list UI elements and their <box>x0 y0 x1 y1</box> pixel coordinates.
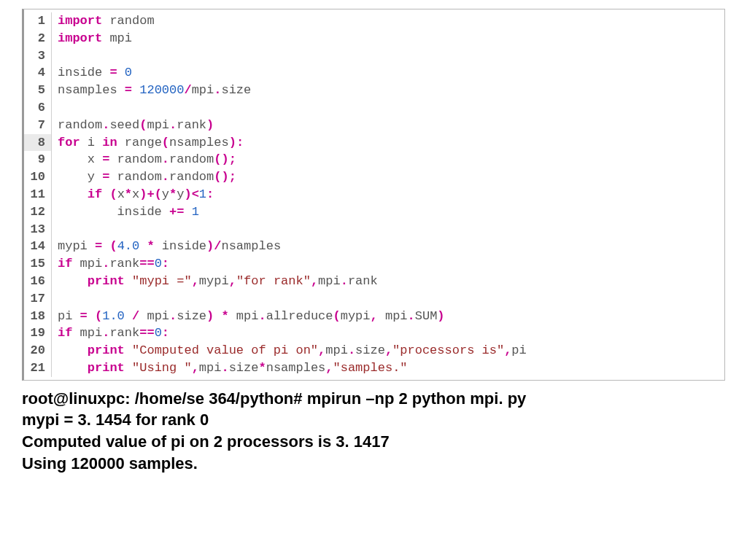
code-line: 1import random <box>24 12 724 30</box>
code-line: 8for i in range(nsamples): <box>24 134 724 152</box>
code-content: print "Using ",mpi.size*nsamples,"sample… <box>58 359 408 377</box>
terminal-output: root@linuxpc: /home/se 364/python# mpiru… <box>22 388 725 475</box>
code-editor: 1import random2import mpi34inside = 05ns… <box>22 9 725 381</box>
code-content: inside += 1 <box>58 203 199 221</box>
terminal-line: Using 120000 samples. <box>22 453 725 475</box>
line-number: 4 <box>24 64 52 82</box>
code-line: 4inside = 0 <box>24 64 724 82</box>
code-line: 14mypi = (4.0 * inside)/nsamples <box>24 238 724 255</box>
line-number: 16 <box>24 273 52 290</box>
code-line: 5nsamples = 120000/mpi.size <box>24 82 724 99</box>
code-line: 19if mpi.rank==0: <box>24 324 724 342</box>
code-line: 6 <box>24 99 724 117</box>
code-content: for i in range(nsamples): <box>58 134 244 152</box>
line-number: 12 <box>24 203 52 221</box>
code-content: x = random.random(); <box>58 151 236 168</box>
code-content: import random <box>58 12 155 30</box>
code-content: if (x*x)+(y*y)<1: <box>58 186 214 203</box>
code-content: if mpi.rank==0: <box>58 255 169 273</box>
code-content: nsamples = 120000/mpi.size <box>58 82 251 99</box>
code-line: 15if mpi.rank==0: <box>24 255 724 273</box>
line-number: 17 <box>24 290 52 308</box>
line-number: 14 <box>24 238 52 255</box>
code-line: 20 print "Computed value of pi on",mpi.s… <box>24 342 724 359</box>
line-number: 18 <box>24 308 52 325</box>
code-line: 21 print "Using ",mpi.size*nsamples,"sam… <box>24 359 724 377</box>
code-line: 16 print "mypi =",mypi,"for rank",mpi.ra… <box>24 273 724 290</box>
line-number: 5 <box>24 82 52 99</box>
line-number: 2 <box>24 30 52 47</box>
code-content: pi = (1.0 / mpi.size) * mpi.allreduce(my… <box>58 308 445 325</box>
terminal-line: mypi = 3. 1454 for rank 0 <box>22 409 725 431</box>
code-content: print "Computed value of pi on",mpi.size… <box>58 342 527 359</box>
line-number: 8 <box>24 134 52 152</box>
line-number: 21 <box>24 359 52 377</box>
code-line: 2import mpi <box>24 30 724 47</box>
code-line: 12 inside += 1 <box>24 203 724 221</box>
code-content: import mpi <box>58 30 132 47</box>
code-line: 7random.seed(mpi.rank) <box>24 117 724 134</box>
line-number: 9 <box>24 151 52 168</box>
line-number: 11 <box>24 186 52 203</box>
code-line: 17 <box>24 290 724 308</box>
code-line: 10 y = random.random(); <box>24 168 724 186</box>
code-line: 3 <box>24 47 724 65</box>
code-line: 11 if (x*x)+(y*y)<1: <box>24 186 724 203</box>
terminal-line: root@linuxpc: /home/se 364/python# mpiru… <box>22 388 725 410</box>
line-number: 6 <box>24 99 52 117</box>
code-line: 13 <box>24 221 724 238</box>
line-number: 7 <box>24 117 52 134</box>
code-content: random.seed(mpi.rank) <box>58 117 214 134</box>
code-content: y = random.random(); <box>58 168 236 186</box>
line-number: 1 <box>24 12 52 30</box>
line-number: 13 <box>24 221 52 238</box>
line-number: 20 <box>24 342 52 359</box>
line-number: 3 <box>24 47 52 65</box>
line-number: 10 <box>24 168 52 186</box>
code-content: print "mypi =",mypi,"for rank",mpi.rank <box>58 273 378 290</box>
code-content: mypi = (4.0 * inside)/nsamples <box>58 238 281 255</box>
code-content: if mpi.rank==0: <box>58 324 169 342</box>
terminal-line: Computed value of pi on 2 processors is … <box>22 431 725 453</box>
line-number: 19 <box>24 324 52 342</box>
code-content: inside = 0 <box>58 64 132 82</box>
code-line: 9 x = random.random(); <box>24 151 724 168</box>
line-number: 15 <box>24 255 52 273</box>
code-line: 18pi = (1.0 / mpi.size) * mpi.allreduce(… <box>24 308 724 325</box>
